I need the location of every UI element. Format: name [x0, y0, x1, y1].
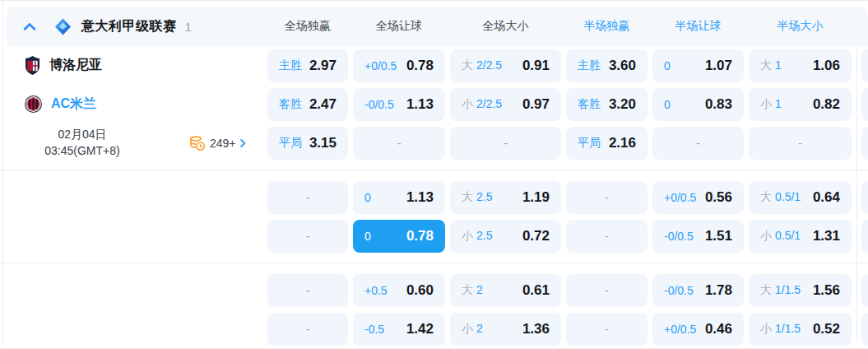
odds-cell[interactable]: 大20.61 [450, 274, 561, 307]
bologna-crest-logo [25, 56, 40, 75]
odds-selection-label: -0.5 [364, 323, 384, 336]
handicap-line: 2/2.5 [476, 58, 502, 72]
odds-value: 0.60 [406, 282, 434, 299]
handicap-line: 2.5 [476, 190, 492, 203]
odds-cell[interactable]: 平局3.15 [267, 127, 348, 160]
odds-selection-label: 大2 [462, 283, 483, 298]
odds-cell-empty: - [566, 181, 648, 214]
more-markets-button[interactable]: 249+ [189, 135, 247, 151]
odds-cell[interactable]: -0/0.51.51 [652, 220, 744, 253]
odds-cell[interactable]: 主胜2.97 [267, 49, 348, 82]
odds-row: --0.51.42小21.36-+0/0.50.46小1/1.50.52 [0, 309, 868, 348]
odds-row: -01.13大2.51.19-+0/0.50.56大0.5/10.64 [0, 178, 868, 216]
match-date: 02月04日 [0, 127, 165, 143]
odds-row: AC米兰客胜2.47-0/0.51.13小2/2.50.97客胜3.2000.8… [0, 85, 868, 123]
odds-cell-empty: - [566, 313, 648, 346]
empty-odds-dash: - [306, 284, 310, 297]
group-separator [0, 263, 868, 263]
odds-cell[interactable]: 小10.82 [749, 88, 852, 121]
odds-selection-label: -0/0.5 [664, 284, 694, 297]
odds-cell-selected[interactable]: 00.78 [353, 220, 445, 253]
odds-cell[interactable]: 大1/1.51.56 [749, 274, 852, 307]
odds-cell[interactable]: 01.13 [353, 181, 445, 214]
odds-selection-label: 小1/1.5 [760, 322, 801, 337]
odds-value: 1.42 [406, 321, 434, 337]
odds-cell[interactable]: 小1/1.50.52 [749, 313, 852, 346]
home-team-name[interactable]: 博洛尼亚 [49, 57, 102, 74]
odds-cell[interactable]: +0/0.50.78 [353, 49, 445, 82]
odds-value: 1.07 [705, 58, 732, 74]
over-under-prefix: 大 [462, 58, 473, 72]
odds-cell[interactable]: 01.07 [652, 49, 744, 82]
odds-value: 0.64 [813, 189, 840, 206]
clipped-next-column-cell [861, 49, 868, 82]
odds-cell[interactable]: +0/0.50.56 [652, 181, 744, 214]
odds-value: 0.52 [813, 321, 840, 337]
match-info-cell: 02月04日 03:45(GMT+8) 249+ [0, 123, 265, 162]
column-header-2: 全场大小 [448, 19, 564, 34]
blank-side-cell [0, 216, 265, 255]
collapse-chevron-up-icon[interactable] [23, 22, 38, 31]
column-header-1: 全场让球 [350, 19, 448, 34]
group-separator [0, 170, 868, 170]
handicap-line: 2/2.5 [476, 97, 502, 110]
away-team-name[interactable]: AC米兰 [51, 95, 96, 113]
over-under-prefix: 大 [760, 283, 772, 296]
handicap-line: 0.5/1 [775, 229, 801, 242]
handicap-line: 1/1.5 [775, 283, 801, 296]
blank-side-cell [0, 178, 265, 216]
odds-cell[interactable]: 小0.5/11.31 [749, 220, 852, 253]
odds-cell[interactable]: 小21.36 [450, 313, 561, 346]
empty-odds-dash: - [605, 323, 609, 336]
odds-value: 3.15 [309, 135, 337, 151]
clipped-next-column-cell [861, 220, 868, 253]
odds-value: 0.83 [705, 96, 732, 113]
odds-selection-label: 平局 [578, 136, 601, 151]
odds-cell[interactable]: -0.51.42 [353, 313, 445, 346]
next-column-divider [856, 48, 857, 339]
odds-cell[interactable]: 大11.06 [749, 49, 852, 82]
odds-cell[interactable]: 大2/2.50.91 [450, 49, 561, 82]
odds-value: 0.91 [522, 58, 550, 74]
clipped-next-column-cell [861, 127, 868, 160]
odds-cell[interactable]: 小2.50.72 [450, 220, 561, 253]
over-under-prefix: 小 [462, 322, 473, 335]
league-match-count: 1 [185, 20, 192, 34]
odds-cell[interactable]: 大2.51.19 [450, 181, 561, 214]
odds-value: 0.61 [522, 282, 550, 299]
empty-odds-dash: - [798, 137, 802, 150]
odds-cell[interactable]: 平局2.16 [566, 127, 648, 160]
handicap-line: 2 [476, 322, 483, 335]
odds-cell[interactable]: 主胜3.60 [566, 49, 648, 82]
odds-cell[interactable]: 00.83 [652, 88, 744, 121]
empty-odds-dash: - [306, 191, 310, 204]
odds-cell[interactable]: 大0.5/10.64 [749, 181, 852, 214]
odds-cell[interactable]: -0/0.51.13 [353, 88, 445, 121]
home-team-row-label: 博洛尼亚 [0, 46, 265, 85]
odds-cell[interactable]: +0/0.50.46 [652, 313, 744, 346]
odds-value: 1.51 [705, 228, 732, 244]
column-header-3: 半场独赢 [564, 19, 650, 34]
odds-cell-empty: - [566, 274, 648, 307]
odds-selection-label: 大0.5/1 [760, 190, 801, 205]
odds-cell[interactable]: -0/0.51.78 [652, 274, 744, 307]
odds-value: 0.78 [406, 228, 434, 244]
league-header-left: 意大利甲级联赛 1 [7, 18, 265, 35]
odds-selection-label: 大2.5 [462, 190, 492, 205]
over-under-prefix: 小 [760, 229, 772, 242]
odds-selection-label: 小2 [462, 322, 483, 337]
market-column-headers: 全场独赢全场让球全场大小半场独赢半场让球半场大小 [265, 19, 854, 34]
odds-cell[interactable]: 客胜2.47 [267, 88, 348, 121]
top-divider [0, 0, 868, 1]
match-datetime: 02月04日 03:45(GMT+8) [0, 127, 165, 159]
odds-selection-label: 平局 [279, 136, 302, 151]
odds-selection-label: 0 [364, 191, 371, 204]
odds-value: 2.47 [309, 96, 337, 113]
ac-milan-crest-logo [25, 95, 42, 113]
empty-odds-dash: - [397, 137, 402, 150]
odds-cell[interactable]: 小2/2.50.97 [450, 88, 561, 121]
odds-cell[interactable]: +0.50.60 [353, 274, 445, 307]
markets-coins-icon [189, 135, 206, 151]
odds-cell[interactable]: 客胜3.20 [566, 88, 648, 121]
odds-selection-label: +0/0.5 [364, 59, 397, 72]
